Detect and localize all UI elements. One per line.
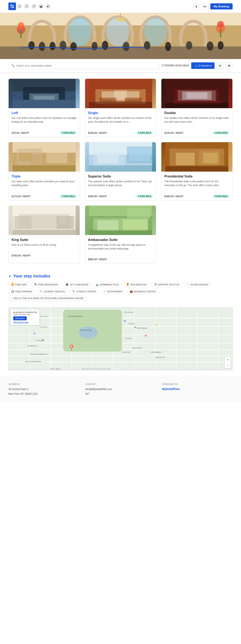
svg-point-120 xyxy=(70,346,72,347)
map-overlay-info: 40°45'54.8"N 73°58'32.0"W Q28F+3Q New Yo… xyxy=(11,310,40,325)
room-image-triple xyxy=(8,142,80,172)
room-info-superior: Superior Suite The superior suite offers… xyxy=(85,172,156,192)
footer-powered-link[interactable]: MyHotelPms xyxy=(162,387,180,391)
room-card-double: Double Our double room offers all the co… xyxy=(161,78,232,137)
mybooking-button[interactable]: My Booking xyxy=(210,3,232,10)
pinterest-icon[interactable]: 𝒫 xyxy=(32,4,36,8)
svg-rect-71 xyxy=(97,155,118,163)
svg-rect-3 xyxy=(12,6,14,8)
room-footer-triple: $170.00 / NIGHT 2 AVAILABLE xyxy=(8,192,80,200)
amenities-list: 📶 FREE WIFI 🍳 FREE BREAKFAST 🎩 24/7 CONC… xyxy=(8,282,232,301)
room-info-single: Single Our single room offers all the co… xyxy=(85,108,156,129)
date-search-input[interactable]: 🔍 xyxy=(8,62,159,69)
demo-notice-text: ✓ HELLO THIS IS A DEMO OF HOTELPMS.COM B… xyxy=(11,297,84,300)
room-price-presidential: $400.00 / NIGHT xyxy=(164,195,184,198)
svg-point-87 xyxy=(59,216,67,224)
youtube-icon[interactable]: ▶ xyxy=(46,4,50,8)
concierge-label: 24/7 CONCIERGE xyxy=(70,283,89,286)
room-info-triple: Triple Our triple room offers all the am… xyxy=(8,172,80,192)
grid-view-button[interactable]: ⊞ xyxy=(226,62,232,69)
twitter-icon[interactable]: 𝕏 xyxy=(17,4,22,8)
amenity-fitness: 🏋️ FITNESS CENTER xyxy=(69,289,99,294)
room-footer-loft: $70.00 / NIGHT 2 AVAILABLE xyxy=(8,129,80,137)
room-title-superior: Superior Suite xyxy=(88,174,153,178)
svg-text:Saks OFF 5TH: Saks OFF 5TH xyxy=(156,357,165,358)
date-input-field[interactable] xyxy=(16,64,156,67)
search-bar: 🔍 17 ROOMS AVAILABLE 👥 2 Guests ▾ ⊟ ⊞ xyxy=(0,59,241,72)
room-desc-single: Our single room offers all the comforts … xyxy=(88,116,153,124)
svg-rect-57 xyxy=(172,87,176,100)
filter-button[interactable]: ⊟ xyxy=(217,62,224,69)
svg-point-17 xyxy=(50,42,56,50)
amenity-room-service: 🍽️ ROOM SERVICE xyxy=(184,282,211,287)
room-image-presidential xyxy=(161,142,232,172)
svg-text:e: e xyxy=(59,368,60,370)
map-view-larger-link[interactable]: View larger map xyxy=(13,321,37,324)
svg-rect-79 xyxy=(165,166,228,172)
shuttle-label: AIRPORT SHUTTLE xyxy=(158,283,180,286)
amenity-parking: 🅿️ FREE PARKING xyxy=(8,289,35,294)
room-card-single: Single Our single room offers all the co… xyxy=(85,78,156,137)
map-container[interactable]: W 57th St W 61st St Park Avenue Central … xyxy=(8,307,232,370)
svg-text:Apple Fifth Ave: Apple Fifth Ave xyxy=(132,347,142,349)
room-desc-double: Our double room offers all the comforts … xyxy=(164,116,230,124)
business-icon: 💼 xyxy=(130,290,133,293)
room-title-triple: Triple xyxy=(12,174,77,178)
room-info-ambassador: Ambassador Suite A magnificent view of t… xyxy=(85,235,156,256)
room-avail-superior: 2 AVAILABLE xyxy=(136,194,153,198)
svg-text:o: o xyxy=(54,368,56,370)
room-image-ambassador xyxy=(85,206,156,235)
business-label: BUSINESS CENTER xyxy=(134,290,156,293)
guests-button[interactable]: 👥 2 Guests ▾ xyxy=(191,62,214,69)
amenity-breakfast: 🍳 FREE BREAKFAST xyxy=(31,282,61,287)
room-title-ambassador: Ambassador Suite xyxy=(88,238,153,242)
room-desc-loft: Our Loft Suite is the pefect room for tr… xyxy=(12,116,77,124)
room-grid-empty-cell xyxy=(161,206,232,263)
svg-rect-58 xyxy=(218,87,222,100)
map-zoom-in-button[interactable]: + xyxy=(225,357,230,362)
svg-text:Bloomingdale's: Bloomingdale's xyxy=(151,352,161,353)
svg-rect-55 xyxy=(186,92,208,99)
guests-dropdown-icon: ▾ xyxy=(210,64,212,67)
language-button[interactable]: en xyxy=(201,4,209,9)
room-footer-king: $760.00 / NIGHT xyxy=(8,252,80,259)
svg-rect-95 xyxy=(127,208,150,218)
filter-icon: ⊟ xyxy=(219,64,221,67)
svg-rect-125 xyxy=(134,326,136,328)
svg-text:g: g xyxy=(56,368,57,370)
map-zoom-out-button[interactable]: − xyxy=(225,362,230,368)
map-directions-button[interactable]: Directions xyxy=(13,316,27,320)
room-price-double: $120.00 / NIGHT xyxy=(164,132,184,134)
currency-button[interactable]: $ xyxy=(193,4,200,9)
demo-notice-tag: ✓ HELLO THIS IS A DEMO OF HOTELPMS.COM B… xyxy=(8,296,86,301)
svg-text:The Museum of Modern Art: The Museum of Modern Art xyxy=(30,354,47,355)
amenity-wifi: 📶 FREE WIFI xyxy=(8,282,30,287)
amenity-concierge: 🎩 24/7 CONCIERGE xyxy=(63,282,92,287)
room-service-icon: 🍽️ xyxy=(186,283,190,286)
room-title-king: King Suite xyxy=(12,238,77,242)
restaurant-icon: 🍴 xyxy=(103,290,106,293)
room-price-king: $760.00 / NIGHT xyxy=(12,254,31,257)
svg-rect-2 xyxy=(10,6,12,8)
svg-rect-41 xyxy=(12,100,76,108)
room-avail-single: 4 AVAILABLE xyxy=(136,131,153,135)
svg-rect-14 xyxy=(0,46,241,59)
svg-point-23 xyxy=(144,41,150,50)
room-service-label: ROOM SERVICE xyxy=(190,283,208,286)
svg-point-24 xyxy=(165,42,171,51)
room-card-presidential: Presidential Suite The Presidential Suit… xyxy=(161,142,232,200)
svg-rect-84 xyxy=(34,218,55,229)
svg-rect-76 xyxy=(176,153,195,165)
wifi-label: FREE WIFI xyxy=(15,283,27,286)
amenity-business: 💼 BUSINESS CENTER xyxy=(127,289,158,294)
header-right: $ en My Booking xyxy=(193,3,232,10)
room-avail-triple: 2 AVAILABLE xyxy=(60,194,77,198)
instagram-icon[interactable]: 📷 xyxy=(39,4,43,8)
svg-rect-49 xyxy=(124,98,142,102)
facebook-icon[interactable]: f xyxy=(24,4,29,8)
svg-rect-126 xyxy=(145,335,147,336)
map-zoom-controls: + − xyxy=(225,357,230,368)
svg-rect-83 xyxy=(15,216,32,229)
svg-text:The Pierre: The Pierre xyxy=(128,323,135,324)
svg-text:SPYSCAPE: SPYSCAPE xyxy=(36,340,44,341)
